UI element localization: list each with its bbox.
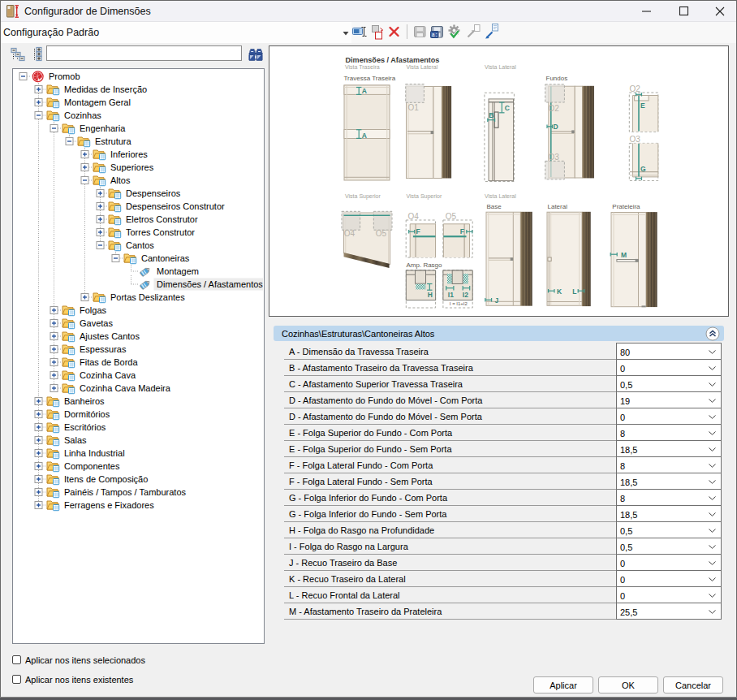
svg-text:Cozinha Cava Madeira: Cozinha Cava Madeira [80,383,171,393]
svg-text:Cozinhas: Cozinhas [64,110,101,120]
svg-text:D: D [554,123,558,131]
svg-text:a:: a: [432,32,438,38]
svg-text:I = I1+I2: I = I1+I2 [450,301,468,306]
svg-text:Torres Construtor: Torres Construtor [126,227,195,237]
svg-text:Componentes: Componentes [64,461,120,471]
svg-text:C: C [505,104,510,112]
svg-text:Ferragens e Fixadores: Ferragens e Fixadores [64,500,154,510]
svg-text:Despenseiros Construtor: Despenseiros Construtor [126,201,225,211]
svg-text:Banheiros: Banheiros [64,396,105,406]
svg-text:Salas: Salas [64,435,87,445]
svg-text:Folgas: Folgas [80,305,107,315]
svg-text:O5: O5 [376,229,387,238]
svg-text:B: B [489,111,493,119]
svg-text:Vista Traseira: Vista Traseira [345,64,380,70]
svg-text:Vista Superior: Vista Superior [345,193,381,200]
svg-text:Vista Superior: Vista Superior [407,193,443,200]
svg-text:M: M [621,251,627,259]
svg-text:E: E [640,102,645,110]
svg-text:O3: O3 [630,135,641,144]
svg-text:H: H [428,291,433,299]
svg-text:Fitas de Borda: Fitas de Borda [80,357,138,367]
svg-text:Superiores: Superiores [110,162,154,172]
svg-text:Ajustes Cantos: Ajustes Cantos [80,331,140,341]
svg-text:Lateral: Lateral [548,203,568,210]
svg-text:Vista Lateral: Vista Lateral [485,193,516,199]
svg-text:Dimensões / Afastamentos: Dimensões / Afastamentos [346,56,440,64]
svg-text:Espessuras: Espessuras [80,344,127,354]
svg-text:K: K [557,287,562,296]
svg-text:Portas Deslizantes: Portas Deslizantes [110,292,185,302]
svg-text:A: A [362,132,367,140]
svg-text:Cantos: Cantos [126,240,154,250]
svg-text:O2: O2 [549,104,560,113]
svg-text:Inferiores: Inferiores [110,149,148,159]
svg-text:Base: Base [487,203,502,210]
svg-text:Linha Industrial: Linha Industrial [64,448,125,458]
svg-text:Dimensões / Afastamentos: Dimensões / Afastamentos [157,279,263,289]
svg-text:Amp. Rasgo: Amp. Rasgo [407,261,443,269]
svg-text:Montagem: Montagem [157,266,199,276]
svg-text:Escritórios: Escritórios [64,422,106,432]
svg-text:Painéis / Tampos / Tamburatos: Painéis / Tampos / Tamburatos [64,487,187,497]
svg-text:L: L [572,287,576,296]
svg-text:A: A [362,87,367,95]
svg-text:Promob: Promob [49,71,80,81]
svg-text:I1: I1 [448,291,454,299]
svg-text:Despenseiros: Despenseiros [126,188,181,198]
svg-text:Travessa Traseira: Travessa Traseira [344,75,396,82]
svg-text:Vista Lateral: Vista Lateral [407,64,438,70]
svg-text:Eletros Construtor: Eletros Construtor [126,214,198,224]
svg-text:Medidas de Inserção: Medidas de Inserção [64,84,147,94]
svg-text:Estrutura: Estrutura [95,136,132,146]
svg-text:G: G [640,165,646,173]
svg-text:I2: I2 [463,291,468,299]
svg-text:Engenharia: Engenharia [80,123,126,133]
svg-text:O4: O4 [344,229,356,238]
svg-text:F: F [460,227,464,235]
svg-text:Montagem Geral: Montagem Geral [64,97,131,107]
svg-text:O5: O5 [446,212,457,221]
svg-text:O4: O4 [408,212,420,221]
svg-text:Vista Lateral: Vista Lateral [485,64,516,70]
svg-text:Altos: Altos [110,175,131,185]
svg-text:Prateleira: Prateleira [612,203,640,210]
svg-text:Fundos: Fundos [546,75,568,82]
svg-text:Gavetas: Gavetas [80,318,113,328]
svg-text:Cozinha Cava: Cozinha Cava [80,370,136,380]
svg-text:F: F [416,227,420,235]
svg-text:O1: O1 [408,103,420,112]
svg-text:O3: O3 [549,153,560,162]
svg-text:Itens de Composição: Itens de Composição [64,474,148,484]
svg-text:J: J [495,296,499,305]
svg-text:Cantoneiras: Cantoneiras [141,253,190,263]
svg-text:Dormitórios: Dormitórios [64,409,110,419]
svg-text:O2: O2 [630,84,641,93]
